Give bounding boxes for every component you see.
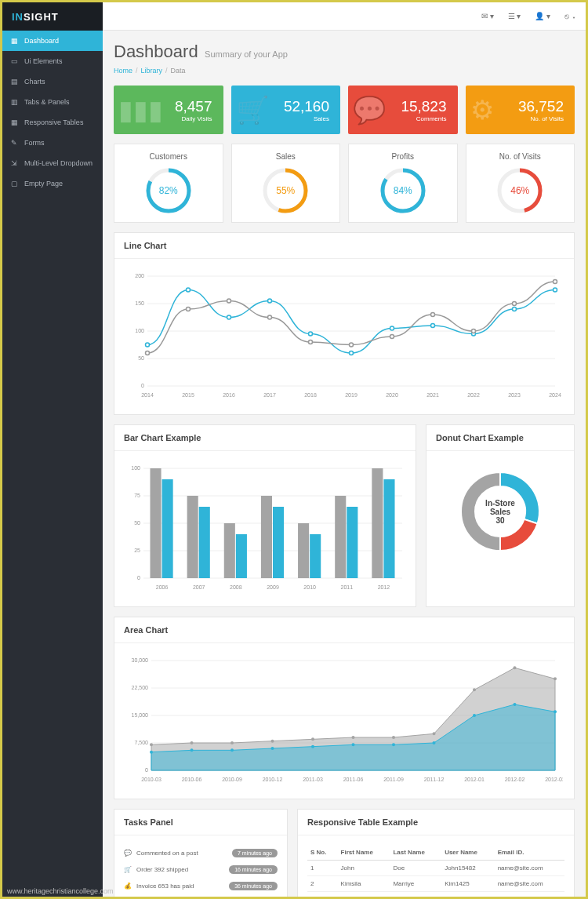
stat-card[interactable]: ⚙36,752No. of Visits — [466, 86, 575, 134]
area-chart: 07,50015,00022,50030,0002010-032010-0620… — [124, 653, 563, 786]
sidebar-item-multi-level-dropdown[interactable]: ⇲Multi-Level Dropdown — [2, 153, 103, 173]
stat-card[interactable]: ▮▮▮8,457Daily Visits — [114, 86, 223, 134]
svg-point-33 — [309, 332, 313, 336]
svg-text:2016: 2016 — [223, 392, 235, 398]
line-chart: 0501001502002014201520162017201820192020… — [124, 268, 563, 402]
svg-text:2008: 2008 — [230, 584, 242, 590]
breadcrumb-item[interactable]: Library — [141, 67, 163, 75]
sidebar-item-charts[interactable]: ▤Charts — [2, 71, 103, 92]
svg-text:2021: 2021 — [426, 392, 439, 398]
watermark: www.heritagechristiancollege.com — [7, 887, 114, 895]
svg-text:2006: 2006 — [156, 584, 169, 590]
svg-point-47 — [431, 313, 435, 317]
sidebar-item-label: Charts — [24, 78, 45, 86]
svg-text:200: 200 — [135, 273, 144, 278]
svg-point-121 — [433, 741, 436, 744]
mail-icon[interactable]: ✉ ▾ — [481, 12, 494, 20]
user-icon[interactable]: 👤 ▾ — [535, 12, 550, 20]
svg-text:22,500: 22,500 — [132, 685, 149, 690]
sidebar-item-label: Multi-Level Dropdown — [24, 159, 93, 167]
sidebar-item-forms[interactable]: ✎Forms — [2, 133, 103, 153]
app-logo[interactable]: INSIGHT — [2, 2, 103, 31]
breadcrumb-item[interactable]: Home — [114, 67, 132, 75]
stat-icon: 🛒 — [236, 94, 269, 126]
table-row[interactable]: 1JohnDoeJohn15482name@site.com — [307, 861, 564, 876]
tasks-title: Tasks Panel — [114, 810, 287, 835]
svg-text:30,000: 30,000 — [132, 657, 149, 663]
sidebar-item-tabs-panels[interactable]: ▥Tabs & Panels — [2, 92, 103, 112]
svg-text:2014: 2014 — [141, 392, 154, 398]
sidebar-item-label: Forms — [24, 139, 45, 147]
svg-rect-75 — [310, 534, 321, 578]
sidebar-item-label: Responsive Tables — [24, 118, 83, 126]
table-title: Responsive Table Example — [298, 810, 574, 835]
svg-point-31 — [227, 315, 231, 319]
table-cell: Doe — [390, 861, 441, 876]
svg-rect-81 — [383, 479, 394, 578]
stats-row: ▮▮▮8,457Daily Visits🛒52,160Sales💬15,823C… — [114, 86, 575, 134]
stat-label: Comments — [416, 115, 447, 122]
svg-text:2010-12: 2010-12 — [263, 777, 283, 782]
sidebar-item-empty-page[interactable]: ▢Empty Page — [2, 173, 103, 194]
task-item[interactable]: 👤A new user has been added1 hour ago — [124, 894, 278, 897]
svg-text:0: 0 — [141, 383, 144, 388]
svg-point-112 — [514, 666, 517, 669]
stat-value: 52,160 — [284, 98, 329, 115]
table-row[interactable]: 3RossyeNermalRossy1245name@site.com — [307, 892, 564, 897]
table-cell: Nermal — [390, 892, 441, 897]
sidebar-item-ui-elements[interactable]: ▭Ui Elements — [2, 51, 103, 71]
sidebar-item-responsive-tables[interactable]: ▦Responsive Tables — [2, 112, 103, 133]
svg-rect-77 — [335, 496, 346, 578]
table-header-row: S No.First NameLast NameUser NameEmail I… — [307, 845, 564, 861]
circles-row: Customers82%Sales55%Profits84%No. of Vis… — [114, 144, 575, 223]
svg-point-34 — [350, 351, 354, 355]
stat-card[interactable]: 🛒52,160Sales — [231, 86, 341, 134]
stat-card[interactable]: 💬15,823Comments — [348, 86, 458, 134]
svg-text:2022: 2022 — [467, 392, 480, 398]
table-header: Last Name — [390, 845, 441, 861]
table-row[interactable]: 2KimsilaMarriyeKim1425name@site.com — [307, 876, 564, 892]
logout-icon[interactable]: ⎋ ▾ — [564, 12, 576, 20]
svg-rect-78 — [347, 507, 358, 578]
svg-text:50: 50 — [134, 520, 140, 526]
task-icon: 🛒 — [124, 866, 132, 873]
svg-point-113 — [554, 677, 557, 680]
nav-icon: ▢ — [10, 180, 18, 187]
svg-text:2007: 2007 — [193, 584, 205, 590]
stat-value: 8,457 — [175, 98, 212, 115]
alerts-icon[interactable]: ☰ ▾ — [508, 12, 521, 20]
table-panel: Responsive Table Example S No.First Name… — [297, 809, 575, 897]
nav-icon: ▤ — [10, 78, 18, 86]
table-cell: Marriye — [390, 876, 441, 892]
line-chart-panel: Line Chart 05010015020020142015201620172… — [114, 232, 575, 415]
circle-card: Customers82% — [114, 144, 223, 223]
svg-rect-65 — [187, 496, 198, 578]
svg-text:2023: 2023 — [508, 392, 521, 398]
circle-title: No. of Visits — [474, 152, 567, 161]
svg-text:2009: 2009 — [267, 584, 279, 590]
svg-point-111 — [473, 688, 476, 691]
task-item[interactable]: 🛒Order 392 shipped16 minutes ago — [124, 861, 278, 878]
circle-pct: 82% — [159, 185, 178, 196]
svg-rect-74 — [298, 523, 309, 578]
svg-point-39 — [554, 288, 557, 292]
svg-point-36 — [431, 324, 435, 328]
nav-icon: ▦ — [10, 37, 18, 45]
task-text: Commented on a post — [136, 850, 198, 857]
sidebar-item-dashboard[interactable]: ▦Dashboard — [2, 31, 103, 51]
task-item[interactable]: 💬Commented on a post7 minutes ago — [124, 845, 278, 861]
svg-rect-68 — [224, 523, 235, 578]
svg-point-119 — [352, 743, 355, 746]
svg-point-116 — [230, 748, 234, 752]
table-cell: name@site.com — [495, 892, 564, 897]
circle-card: Profits84% — [348, 144, 458, 223]
svg-point-124 — [554, 710, 557, 713]
svg-point-114 — [150, 751, 153, 754]
svg-text:2012-01: 2012-01 — [464, 777, 485, 782]
svg-point-32 — [268, 299, 272, 303]
svg-text:2017: 2017 — [263, 392, 276, 398]
svg-point-45 — [350, 343, 354, 347]
circle-pct: 55% — [276, 185, 295, 196]
svg-text:15,000: 15,000 — [132, 712, 149, 718]
task-item[interactable]: 💰Invoice 653 has paid36 minutes ago — [124, 878, 278, 894]
